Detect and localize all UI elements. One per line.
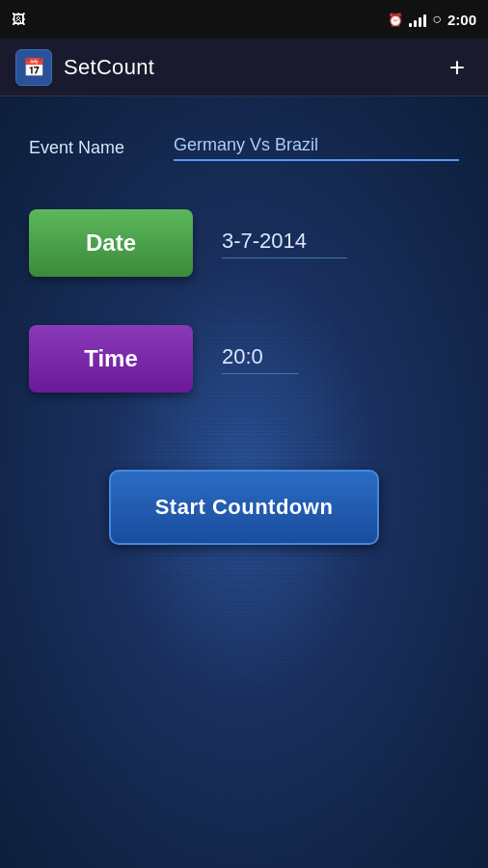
time-row: Time 20:0: [29, 325, 459, 393]
start-countdown-button[interactable]: Start Countdown: [109, 470, 379, 545]
signal-icon: [409, 12, 426, 27]
main-content: Event Name Date 3-7-2014 Time 20:0 Start…: [0, 96, 488, 868]
event-name-input[interactable]: [174, 135, 459, 155]
time-value: 20:0: [222, 344, 299, 374]
app-icon: 📅: [15, 49, 52, 86]
status-bar-right: ⏰ ○ 2:00: [388, 11, 476, 28]
app-title: SetCount: [64, 55, 154, 80]
status-bar-left: 🖼: [12, 12, 25, 27]
alarm-icon: ⏰: [388, 13, 403, 27]
event-input-wrapper: [174, 135, 459, 161]
event-name-label: Event Name: [29, 138, 154, 158]
battery-icon: ○: [432, 11, 442, 28]
date-value: 3-7-2014: [222, 229, 347, 258]
event-name-row: Event Name: [29, 135, 459, 161]
date-button[interactable]: Date: [29, 209, 193, 277]
time-button[interactable]: Time: [29, 325, 193, 393]
start-btn-wrapper: Start Countdown: [29, 470, 459, 545]
content-inner: Event Name Date 3-7-2014 Time 20:0 Start…: [29, 135, 459, 545]
app-toolbar: 📅 SetCount +: [0, 39, 488, 96]
add-button[interactable]: +: [442, 48, 473, 87]
status-time: 2:00: [447, 12, 476, 28]
status-bar: 🖼 ⏰ ○ 2:00: [0, 0, 488, 39]
date-row: Date 3-7-2014: [29, 209, 459, 277]
toolbar-left: 📅 SetCount: [15, 49, 154, 86]
calendar-icon: 📅: [23, 57, 44, 78]
screenshot-icon: 🖼: [12, 12, 25, 27]
